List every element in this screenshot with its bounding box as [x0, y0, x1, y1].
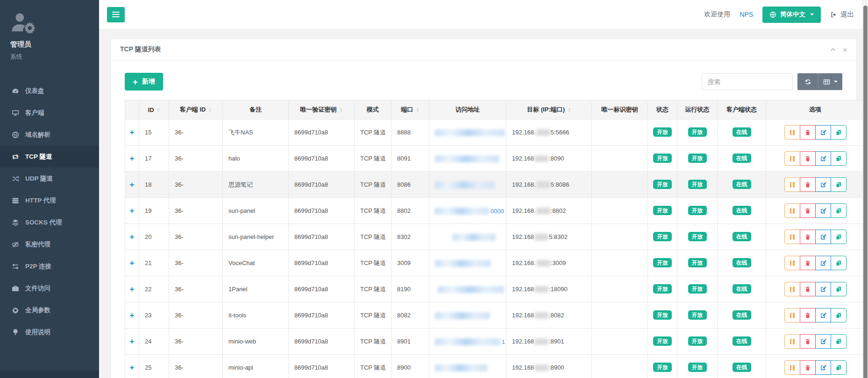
pause-button[interactable]: [784, 125, 800, 140]
column-header-expand: [125, 100, 139, 119]
pause-button[interactable]: [784, 230, 800, 244]
sidebar-item-private-proxy[interactable]: 私密代理: [0, 233, 99, 255]
sidebar-item-domains[interactable]: 域名解析: [0, 124, 99, 146]
client-status-badge: 在线: [733, 127, 751, 137]
pause-button[interactable]: [784, 203, 800, 218]
sidebar-item-socks-proxy[interactable]: SOCKS 代理: [0, 211, 99, 233]
copy-button[interactable]: [831, 256, 847, 270]
row-options: [784, 256, 847, 270]
cell-unique-key: [592, 224, 648, 250]
pause-button[interactable]: [784, 334, 800, 349]
copy-button[interactable]: [831, 282, 847, 296]
sort-arrows-icon[interactable]: ▲▼: [568, 107, 571, 113]
copy-button[interactable]: [831, 334, 847, 349]
sidebar-item-udp-tunnels[interactable]: UDP 隧道: [0, 168, 99, 189]
sidebar-item-help[interactable]: 使用说明: [0, 321, 99, 343]
column-header-port[interactable]: 端口▲▼: [391, 100, 429, 119]
delete-button[interactable]: [800, 125, 816, 140]
edit-button[interactable]: [815, 230, 831, 244]
sidebar-item-dashboard[interactable]: 仪表盘: [0, 80, 99, 102]
copy-button[interactable]: [831, 230, 847, 244]
pause-button[interactable]: [784, 282, 800, 296]
client-status-badge: 在线: [733, 310, 751, 320]
close-panel-icon[interactable]: ×: [843, 46, 847, 54]
sidebar-item-http-proxy[interactable]: HTTP 代理: [0, 189, 99, 211]
edit-button[interactable]: [815, 151, 831, 166]
sort-arrows-icon[interactable]: ▲▼: [340, 107, 343, 113]
delete-button[interactable]: [800, 256, 816, 270]
sidebar-item-clients[interactable]: 客户端: [0, 102, 99, 124]
expand-row-button[interactable]: +: [130, 363, 135, 372]
delete-button[interactable]: [800, 308, 816, 322]
pause-icon: [790, 208, 795, 214]
expand-row-button[interactable]: +: [130, 337, 135, 346]
sort-arrows-icon[interactable]: ▲▼: [157, 107, 160, 113]
redacted-access-address: [435, 129, 505, 136]
edit-button[interactable]: [815, 125, 831, 140]
collapse-panel-icon[interactable]: [830, 47, 836, 52]
column-header-label: 运行状态: [685, 106, 710, 113]
logout-button[interactable]: 退出: [830, 10, 854, 19]
column-header-target[interactable]: 目标 (IP:端口)▲▼: [506, 100, 592, 119]
add-tunnel-button[interactable]: + 新增: [125, 73, 163, 91]
pause-button[interactable]: [784, 151, 800, 166]
expand-row-button[interactable]: +: [130, 311, 135, 320]
edit-button[interactable]: [815, 308, 831, 322]
copy-button[interactable]: [831, 151, 847, 166]
expand-row-button[interactable]: +: [130, 206, 135, 215]
nps-brand-link[interactable]: NPS: [740, 11, 753, 18]
edit-button[interactable]: [815, 256, 831, 270]
copy-button[interactable]: [831, 308, 847, 322]
page-scrollbar[interactable]: [862, 0, 868, 378]
delete-button[interactable]: [800, 230, 816, 244]
expand-row-button[interactable]: +: [130, 285, 135, 294]
cell-target: 192.168.5:8086: [506, 172, 592, 198]
status-badge: 开放: [653, 284, 672, 294]
delete-button[interactable]: [800, 151, 816, 166]
user-profile[interactable]: 管理员 系统: [0, 0, 99, 64]
sidebar-item-global-params[interactable]: 全局参数: [0, 299, 99, 321]
copy-button[interactable]: [831, 360, 847, 375]
sidebar-item-p2p[interactable]: P2P 连接: [0, 255, 99, 277]
delete-button[interactable]: [800, 360, 816, 375]
user-role: 系统: [10, 53, 99, 61]
expand-row-button[interactable]: +: [130, 259, 135, 267]
pause-button[interactable]: [784, 256, 800, 270]
language-dropdown[interactable]: 简体中文: [762, 7, 821, 23]
edit-button[interactable]: [815, 334, 831, 349]
pause-button[interactable]: [784, 308, 800, 322]
expand-row-button[interactable]: +: [130, 232, 135, 241]
column-header-vkey[interactable]: 唯一验证密钥▲▼: [289, 100, 355, 119]
refresh-button[interactable]: [797, 73, 818, 90]
expand-row-button[interactable]: +: [130, 154, 135, 163]
sidebar-toggle-button[interactable]: [107, 7, 125, 22]
columns-button[interactable]: [818, 73, 842, 90]
scrollbar-thumb[interactable]: [863, 6, 868, 378]
edit-button[interactable]: [815, 282, 831, 296]
edit-button[interactable]: [815, 360, 831, 375]
pause-button[interactable]: [784, 360, 800, 375]
delete-button[interactable]: [800, 334, 816, 349]
copy-button[interactable]: [831, 125, 847, 140]
column-header-client-id[interactable]: 客户端 ID▲▼: [169, 100, 223, 119]
search-input[interactable]: [702, 73, 793, 90]
copy-icon: [835, 129, 842, 136]
pause-button[interactable]: [784, 177, 800, 192]
delete-button[interactable]: [800, 177, 816, 192]
edit-button[interactable]: [815, 203, 831, 218]
expand-row-button[interactable]: +: [130, 180, 135, 189]
delete-button[interactable]: [800, 203, 816, 218]
expand-row-button[interactable]: +: [130, 128, 135, 137]
sort-arrows-icon[interactable]: ▲▼: [416, 107, 420, 113]
sidebar-item-file-access[interactable]: 文件访问: [0, 277, 99, 299]
column-header-id[interactable]: ID▲▼: [139, 100, 169, 119]
sort-arrows-icon[interactable]: ▲▼: [208, 107, 212, 113]
copy-icon: [835, 182, 842, 188]
edit-button[interactable]: [815, 177, 831, 192]
target-ip-prefix: 192.168.: [512, 207, 536, 214]
copy-button[interactable]: [831, 203, 847, 218]
delete-button[interactable]: [800, 282, 816, 296]
content-area: TCP 隧道列表 × + 新增: [99, 29, 868, 378]
sidebar-item-tcp-tunnels[interactable]: TCP 隧道: [0, 146, 99, 168]
copy-button[interactable]: [831, 177, 847, 192]
